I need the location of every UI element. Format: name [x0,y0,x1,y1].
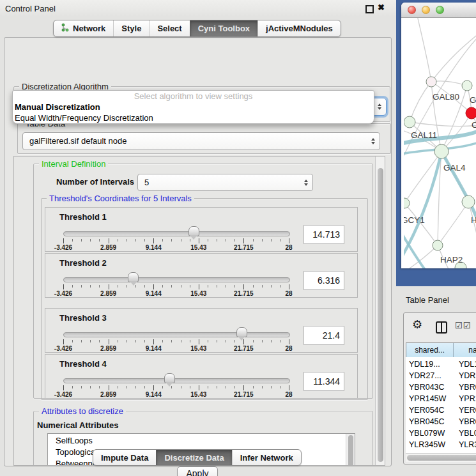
table-cell: YBL079W [406,427,458,439]
table-cell: YDR27... [406,370,458,381]
network-node[interactable] [466,107,476,119]
network-node[interactable] [426,77,436,87]
table-horizontal-scrollbar[interactable] [406,453,476,462]
tab-select[interactable]: Select [149,20,189,36]
tab-jactivemnodules[interactable]: jActiveMNodules [257,20,341,36]
tab-network[interactable]: Network [54,20,113,36]
table-cell: YBR043C [406,381,458,393]
table-column-header[interactable]: shared... [406,343,454,357]
slider-ticks [63,385,289,391]
network-icon [61,23,69,34]
cyni-toolbox-panel: Discretization Algorithm Select algorith… [4,37,392,466]
minimize-traffic-light-icon[interactable] [422,6,430,14]
tab-label: Infer Network [240,453,293,463]
network-node[interactable] [433,240,443,250]
threshold-value-field[interactable]: 21.4 [303,326,344,345]
network-edge [410,82,431,122]
table-cell: YBR0 [458,381,476,393]
table-row[interactable]: YPR145WYPR1 [406,393,476,404]
slider-ticks [63,238,289,244]
tab-infer-network[interactable]: Infer Network [232,450,301,465]
scrollbar-thumb[interactable] [378,168,383,462]
node-label: GCY1 [404,215,425,225]
threshold-value-field[interactable]: 11.344 [303,372,344,391]
table-cell: YER0 [458,404,476,416]
threshold-slider[interactable]: -3.4262.8599.14415.4321.71528 [63,309,289,352]
node-label: H [471,215,476,225]
slider-thumb[interactable] [188,226,199,236]
network-node[interactable] [434,144,449,158]
tab-label: jActiveMNodules [266,24,333,33]
table-data-combobox[interactable]: galFiltered.sif default node [22,132,380,150]
slider-track [63,378,290,383]
zoom-traffic-light-icon[interactable] [436,6,444,14]
tab-style[interactable]: Style [113,20,149,36]
checkbox-icons[interactable]: ☑☑ [455,321,471,330]
slider-thumb[interactable] [236,327,247,337]
close-traffic-light-icon[interactable] [408,6,416,14]
columns-icon[interactable] [436,321,447,334]
tab-label: Network [73,24,105,33]
threshold-value-field[interactable]: 6.316 [303,271,344,290]
network-node[interactable] [404,198,410,208]
close-icon[interactable]: ✖ [378,3,385,12]
threshold-slider[interactable]: -3.4262.8599.14415.4321.71528 [63,208,289,251]
slider-tick-labels: -3.4262.8599.14415.4321.71528 [63,391,289,399]
table-row[interactable]: YBR045CYBR0 [406,416,476,427]
node-label: C [472,120,476,130]
threshold-panel-threshold-2: Threshold 2-3.4262.8599.14415.4321.71528… [45,253,358,298]
tab-label: Cyni Toolbox [198,24,250,33]
dropdown-option-manual-discretization[interactable]: Manual Discretization [13,102,374,112]
network-edge [417,18,431,82]
network-canvas[interactable]: GAL80GACGAL11GAL4GCY1HHAP2 [404,18,476,268]
table-cell: YLR3 [458,439,476,450]
table-row[interactable]: YBL079WYBL0 [406,427,476,439]
network-edge [438,202,468,245]
scrollbar-thumb[interactable] [348,435,353,466]
attribute-item-selfloops[interactable]: SelfLoops [48,435,355,447]
table-row[interactable]: YBR043CYBR0 [406,381,476,393]
slider-thumb[interactable] [164,373,175,383]
combo-arrows-icon [304,180,308,186]
slider-ticks [63,339,289,345]
threshold-list: Threshold 1-3.4262.8599.14415.4321.71528… [45,207,358,400]
table-cell: YBR045C [406,416,458,427]
number-of-intervals-combobox[interactable]: 5 [137,174,313,191]
table-row[interactable]: YDR27...YDR2 [406,370,476,381]
control-panel-titlebar: Control Panel [0,0,396,17]
settings-scroll-viewport: Interval Definition Number of Intervals … [13,156,385,466]
panel-scrollbar[interactable] [375,157,385,465]
slider-tick-labels: -3.4262.8599.14415.4321.71528 [63,290,289,298]
algorithm-dropdown-popup: Select algorithm to view settings Manual… [12,90,374,124]
network-node[interactable] [462,196,475,208]
tab-impute-data[interactable]: Impute Data [93,450,156,465]
node-label: GAL11 [411,130,437,140]
slider-thumb[interactable] [128,272,139,282]
tab-discretize-data[interactable]: Discretize Data [156,450,231,465]
table-row[interactable]: YER054CYER0 [406,404,476,416]
tab-cyni-toolbox[interactable]: Cyni Toolbox [190,20,257,36]
table-panel-title: Table Panel [406,295,449,305]
tab-label: Select [157,24,181,33]
node-label: GAL4 [443,163,466,173]
scrollbar-thumb[interactable] [407,455,476,461]
table-row[interactable]: YLR345WYLR3 [406,439,476,450]
slider-tick-labels: -3.4262.8599.14415.4321.71528 [63,345,289,353]
float-window-icon[interactable] [365,5,374,13]
gear-icon[interactable]: ⚙ [412,318,422,332]
threshold-slider[interactable]: -3.4262.8599.14415.4321.71528 [63,355,289,398]
threshold-panel-threshold-1: Threshold 1-3.4262.8599.14415.4321.71528… [45,207,358,252]
dropdown-option-equal-width-frequency-discretization[interactable]: Equal Width/Frequency Discretization [13,112,374,123]
network-highlight-edge [441,151,476,224]
tab-label: Impute Data [101,453,148,463]
dropdown-placeholder-item: Select algorithm to view settings [13,91,374,102]
network-node[interactable] [404,116,415,128]
network-node[interactable] [462,81,472,91]
panel-title: Control Panel [5,4,56,13]
table-row[interactable]: YDL19...YDL1 [406,358,476,370]
list-scrollbar[interactable] [346,434,355,466]
threshold-slider[interactable]: -3.4262.8599.14415.4321.71528 [63,254,289,297]
apply-button[interactable]: Apply [177,466,218,476]
table-column-header[interactable]: na... [454,343,476,357]
threshold-value-field[interactable]: 14.713 [303,225,344,244]
